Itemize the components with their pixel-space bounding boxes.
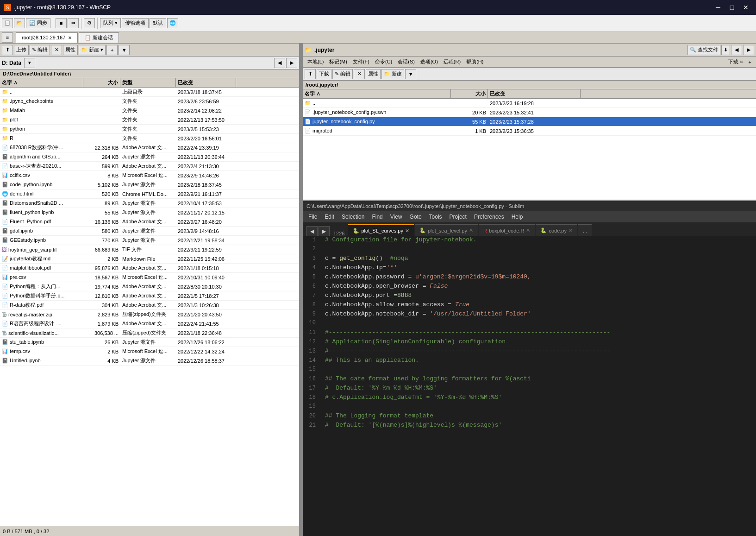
toolbar-btn-5[interactable]: ⚙ <box>84 18 95 28</box>
right-search-btn[interactable]: 🔍 查找文件 <box>687 45 720 55</box>
queue-btn[interactable]: 队列 ▾ <box>100 18 121 28</box>
menu-help[interactable]: 帮助(H) <box>463 57 486 66</box>
default-btn[interactable]: 默认 <box>150 18 166 28</box>
menu-mark[interactable]: 标记(M) <box>326 57 350 66</box>
editor-tab-1[interactable]: 🐍 plot_SL_curves.py ✕ <box>348 224 414 236</box>
right-nav-fwd[interactable]: ▶ <box>743 45 754 55</box>
left-new-btn[interactable]: 📁 新建 ▾ <box>79 45 106 55</box>
right-col-modified[interactable]: 已改变 <box>488 89 581 98</box>
left-file-row[interactable]: 📓 GEEstudy.ipynb 770 KB Jupyter 源文件 2022… <box>0 236 299 245</box>
left-edit2-btn[interactable]: ✎ 编辑 <box>30 45 50 55</box>
left-file-row[interactable]: 📁 R 文件夹 2023/2/20 16:56:01 <box>0 134 299 143</box>
transfer-btn[interactable]: 传输选项 <box>122 18 149 28</box>
left-file-row[interactable]: 📄 R语言高级程序设计 -... 1,879 KB Adobe Acrobat … <box>0 319 299 328</box>
left-file-row[interactable]: 📝 jupyterlab教程.md 2 KB Markdown File 202… <box>0 254 299 264</box>
right-edit-btn[interactable]: ✎ 编辑 <box>332 69 353 79</box>
left-file-row[interactable]: 🗜 reveal.js-master.zip 2,823 KB 压缩(zippe… <box>0 310 299 319</box>
editor-nav-fwd[interactable]: ▶ <box>319 226 330 236</box>
menu-options[interactable]: 选项(O) <box>418 57 441 66</box>
right-col-size[interactable]: 大小 <box>451 89 488 98</box>
right-prop-btn[interactable]: 属性 <box>366 69 381 79</box>
left-file-row[interactable]: 📁 plot 文件夹 2022/12/13 17:53:50 <box>0 115 299 125</box>
left-file-row[interactable]: 📓 DiatomsandSnails2D ... 89 KB Jupyter 源… <box>0 199 299 208</box>
nav-fwd[interactable]: ▶ <box>286 58 297 68</box>
left-file-row[interactable]: 📓 algorithm and GIS.ip... 264 KB Jupyter… <box>0 152 299 162</box>
editor-tab-4[interactable]: 🐍 code.py ✕ <box>536 224 577 236</box>
col-header-type[interactable]: 类型 <box>120 78 176 87</box>
left-file-row[interactable]: 📁 python 文件夹 2023/2/5 15:53:23 <box>0 125 299 134</box>
editor-menu-project[interactable]: Project <box>446 213 470 221</box>
left-del-btn[interactable]: ✕ <box>51 45 62 55</box>
tab3-close[interactable]: ✕ <box>526 227 530 233</box>
maximize-button[interactable]: □ <box>725 2 738 13</box>
editor-menu-goto[interactable]: Goto <box>406 213 425 221</box>
tab1-close[interactable]: ✕ <box>405 228 409 234</box>
toolbar-btn-globe[interactable]: 🌐 <box>167 18 178 28</box>
left-file-row[interactable]: 📓 Untitled.ipynb 4 KB Jupyter 源文件 2022/1… <box>0 356 299 366</box>
right-del-btn[interactable]: ✕ <box>354 69 365 79</box>
right-back-btn[interactable]: ⬆ <box>305 69 316 79</box>
right-file-row[interactable]: 📄 jupyter_notebook_config.py 55 KB 2023/… <box>303 117 756 126</box>
toolbar-btn-3[interactable]: ■ <box>56 18 67 28</box>
right-file-row[interactable]: 📁 .. 2023/2/23 16:19:28 <box>303 99 756 108</box>
close-button[interactable]: ✕ <box>739 2 752 13</box>
right-col-name[interactable]: 名字 ∧ <box>303 89 451 98</box>
right-file-row[interactable]: 📄 .jupyter_notebook_config.py.swn 20 KB … <box>303 108 756 117</box>
right-dl-btn2[interactable]: 下载 <box>317 69 331 79</box>
editor-nav-back[interactable]: ◀ <box>306 226 318 236</box>
left-file-row[interactable]: 📓 gdal.ipynb 580 KB Jupyter 源文件 2023/2/9… <box>0 227 299 236</box>
left-file-row[interactable]: 📄 687038 R数据科学(中... 22,318 KB Adobe Acro… <box>0 143 299 152</box>
left-file-row[interactable]: 📓 fluent_python.ipynb 55 KB Jupyter 源文件 … <box>0 208 299 217</box>
col-header-name[interactable]: 名字 ∧ <box>0 78 83 87</box>
editor-tab-3[interactable]: R boxplot_code.R ✕ <box>479 224 535 236</box>
left-file-row[interactable]: 🖼 hoytmtn_gcp_warp.tif 66,689 KB TIF 文件 … <box>0 245 299 254</box>
left-file-row[interactable]: 🌐 demo.html 520 KB Chrome HTML Do... 202… <box>0 189 299 199</box>
toolbar-btn-1[interactable]: 📋 <box>2 18 13 28</box>
left-prop-btn[interactable]: 属性 <box>63 45 78 55</box>
editor-menu-file[interactable]: File <box>305 213 321 221</box>
left-filter-btn[interactable]: ▼ <box>119 45 130 55</box>
left-back-btn[interactable]: ⬆ <box>2 45 13 55</box>
left-file-row[interactable]: 📄 matplotlibbook.pdf 95,876 KB Adobe Acr… <box>0 264 299 273</box>
left-file-row[interactable]: 📓 stu_table.ipynb 26 KB Jupyter 源文件 2022… <box>0 338 299 347</box>
menu-cmd[interactable]: 命令(C) <box>372 57 395 66</box>
toolbar-btn-4[interactable]: ⇒ <box>68 18 79 28</box>
left-file-row[interactable]: 📄 R-data教程.pdf 304 KB Adobe Acrobat 文...… <box>0 301 299 310</box>
menu-download[interactable]: 下载 » <box>725 57 745 66</box>
menu-local[interactable]: 本地(L) <box>305 57 326 66</box>
right-filter-btn[interactable]: ▼ <box>405 69 416 79</box>
editor-tab-2[interactable]: 🐍 plot_sea_level.py ✕ <box>415 224 478 236</box>
left-file-row[interactable]: 📊 temp.csv 2 KB Microsoft Excel 逗... 202… <box>0 347 299 356</box>
editor-menu-view[interactable]: View <box>387 213 406 221</box>
left-file-row[interactable]: 📁 Matlab 文件夹 2023/2/14 22:08:22 <box>0 106 299 115</box>
left-file-row[interactable]: 📓 code_python.ipynb 5,102 KB Jupyter 源文件… <box>0 180 299 189</box>
right-dl-btn[interactable]: ⬇ <box>721 45 730 55</box>
left-edit-btn[interactable]: 上传 <box>14 45 29 55</box>
left-plus-btn[interactable]: + <box>106 45 118 55</box>
left-file-row[interactable]: 📊 ccifix.csv 8 KB Microsoft Excel 逗... 2… <box>0 171 299 180</box>
editor-menu-preferences[interactable]: Preferences <box>470 213 508 221</box>
tab-close-remote[interactable]: ✕ <box>68 35 72 40</box>
left-file-row[interactable]: 📁 .ipynb_checkpoints 文件夹 2023/2/6 23:56:… <box>0 97 299 106</box>
editor-menu-edit[interactable]: Edit <box>321 213 338 221</box>
left-file-row[interactable]: 📊 pre.csv 18,567 KB Microsoft Excel 逗...… <box>0 273 299 282</box>
toolbar-btn-sync[interactable]: 🔄 同步 <box>26 18 50 28</box>
editor-menu-tools[interactable]: Tools <box>425 213 446 221</box>
right-new-btn[interactable]: 📁 新建 <box>381 69 404 79</box>
tab2-close[interactable]: ✕ <box>469 227 473 233</box>
editor-menu-help[interactable]: Help <box>508 213 527 221</box>
sidebar-toggle[interactable]: ≡ <box>2 32 13 43</box>
menu-file[interactable]: 文件(F) <box>350 57 372 66</box>
tab4-close[interactable]: ✕ <box>569 227 573 233</box>
left-file-row[interactable]: 📄 base-r-速查表-20210... 599 KB Adobe Acrob… <box>0 162 299 171</box>
minimize-button[interactable]: ─ <box>712 2 725 13</box>
tab-remote-session[interactable]: root@8.130.29.167 ✕ <box>16 32 78 43</box>
left-file-row[interactable]: 📄 Python编程：从入门... 19,774 KB Adobe Acroba… <box>0 282 299 291</box>
menu-plus[interactable]: + <box>746 58 754 66</box>
col-header-size[interactable]: 大小 <box>83 78 120 87</box>
right-nav-back[interactable]: ◀ <box>731 45 742 55</box>
drive-dropdown[interactable]: ▾ <box>24 58 35 68</box>
left-file-row[interactable]: 📄 Fluent_Python.pdf 16,136 KB Adobe Acro… <box>0 217 299 227</box>
left-file-row[interactable]: 📄 Python数据科学手册.p... 12,810 KB Adobe Acro… <box>0 291 299 301</box>
right-file-row[interactable]: 📄 migrated 1 KB 2023/2/23 15:36:35 <box>303 126 756 136</box>
